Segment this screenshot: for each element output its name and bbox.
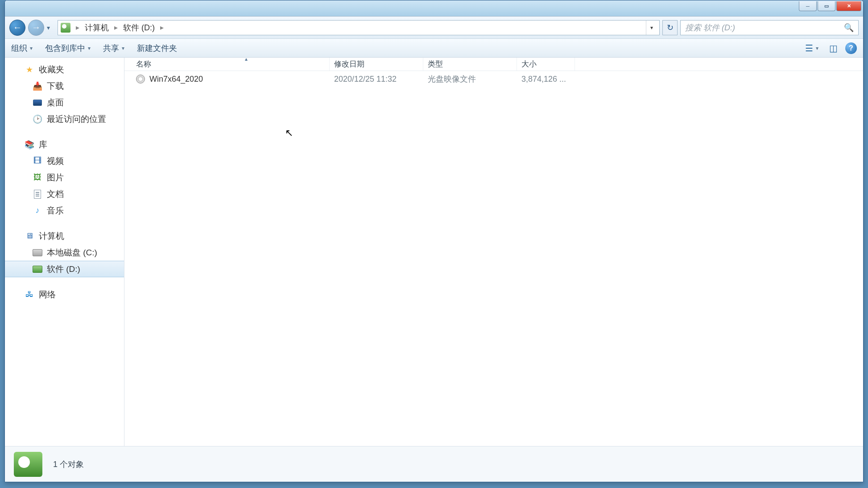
search-placeholder: 搜索 软件 (D:) [685,22,735,33]
help-icon: ? [849,44,853,52]
minimize-button[interactable]: ─ [799,1,817,11]
sidebar-item-libraries[interactable]: 📚 库 [5,136,124,153]
address-bar: ← → ▾ ▸ 计算机 ▸ 软件 (D:) ▸ ▾ ↻ 搜索 软件 (D:) 🔍 [5,17,863,39]
sidebar-item-network[interactable]: 🖧 网络 [5,286,124,303]
file-list[interactable]: 名称 ▴ 修改日期 类型 大小 Win7x64_2020 [124,58,863,446]
network-group: 🖧 网络 [5,286,124,303]
history-dropdown[interactable]: ▾ [47,24,55,31]
maximize-button[interactable]: ▭ [818,1,835,11]
breadcrumb-separator-icon: ▸ [73,23,82,32]
network-icon: 🖧 [25,290,34,300]
file-name: Win7x64_2020 [149,75,203,84]
drive-icon [33,248,42,258]
details-pane: 1 个对象 [5,446,863,482]
include-in-library-menu[interactable]: 包含到库中 ▾ [45,43,91,54]
view-mode-button[interactable]: ☰ ▾ [802,41,822,56]
sort-ascending-icon: ▴ [245,56,248,62]
column-header-date[interactable]: 修改日期 [330,58,423,71]
recent-icon: 🕑 [33,114,42,124]
star-icon: ★ [25,65,34,75]
sidebar-item-music[interactable]: ♪ 音乐 [5,202,124,219]
arrow-right-icon: → [32,22,41,33]
explorer-window: ─ ▭ ✕ ← → ▾ ▸ 计算机 ▸ 软件 (D:) ▸ ▾ ↻ 搜索 软件 … [4,0,864,482]
breadcrumb-separator-icon: ▸ [112,23,120,32]
help-button[interactable]: ? [845,42,857,54]
disc-image-icon [136,75,145,83]
back-button[interactable]: ← [9,20,25,36]
arrow-left-icon: ← [13,22,22,33]
drive-icon [33,264,42,274]
breadcrumb-separator-icon: ▸ [157,23,166,32]
column-header-type[interactable]: 类型 [423,58,517,71]
column-header-size[interactable]: 大小 [517,58,575,71]
chevron-down-icon: ▾ [122,45,124,51]
sidebar-item-drive-c[interactable]: 本地磁盘 (C:) [5,244,124,261]
documents-icon [33,189,42,199]
forward-button[interactable]: → [28,20,44,36]
content-area: ★ 收藏夹 📥 下载 桌面 🕑 最近访问的位置 📚 [5,58,863,446]
preview-pane-button[interactable]: ◫ [826,41,841,56]
sidebar-item-videos[interactable]: 🎞 视频 [5,153,124,169]
breadcrumb-item[interactable]: 软件 (D:) [123,22,155,33]
desktop-icon [33,98,42,108]
list-view-icon: ☰ [805,43,813,54]
computer-icon: 🖥 [25,231,34,241]
sidebar-item-desktop[interactable]: 桌面 [5,94,124,111]
mouse-cursor-icon: ↖ [285,127,293,139]
file-type: 光盘映像文件 [428,75,476,83]
share-menu[interactable]: 共享 ▾ [103,43,124,54]
breadcrumb-bar[interactable]: ▸ 计算机 ▸ 软件 (D:) ▸ ▾ [58,20,660,35]
sidebar-item-favorites[interactable]: ★ 收藏夹 [5,61,124,78]
chevron-down-icon: ▾ [816,45,818,51]
downloads-icon: 📥 [33,81,42,91]
status-text: 1 个对象 [53,459,84,470]
sidebar-item-documents[interactable]: 文档 [5,186,124,202]
column-header-row: 名称 ▴ 修改日期 类型 大小 [124,58,863,71]
file-date: 2020/12/25 11:32 [334,75,397,83]
search-icon: 🔍 [844,23,854,33]
breadcrumb-item[interactable]: 计算机 [85,22,109,33]
close-button[interactable]: ✕ [836,1,861,11]
chevron-down-icon: ▾ [30,45,33,51]
music-icon: ♪ [33,206,42,216]
new-folder-button[interactable]: 新建文件夹 [137,43,177,54]
refresh-icon: ↻ [667,23,674,33]
navigation-pane: ★ 收藏夹 📥 下载 桌面 🕑 最近访问的位置 📚 [5,58,124,446]
file-size: 3,874,126 ... [521,75,566,83]
search-input[interactable]: 搜索 软件 (D:) 🔍 [680,20,859,35]
pictures-icon: 🖼 [33,173,42,183]
chevron-down-icon: ▾ [88,45,91,51]
libraries-group: 📚 库 🎞 视频 🖼 图片 文档 ♪ 音乐 [5,136,124,219]
sidebar-item-pictures[interactable]: 🖼 图片 [5,169,124,186]
sidebar-item-recent[interactable]: 🕑 最近访问的位置 [5,111,124,127]
preview-pane-icon: ◫ [829,43,838,54]
organize-menu[interactable]: 组织 ▾ [11,43,33,54]
window-controls: ─ ▭ ✕ [799,1,861,11]
sidebar-item-computer[interactable]: 🖥 计算机 [5,228,124,244]
file-row[interactable]: Win7x64_2020 2020/12/25 11:32 光盘映像文件 3,8… [124,71,863,87]
title-bar: ─ ▭ ✕ [5,0,863,17]
video-icon: 🎞 [33,156,42,166]
favorites-group: ★ 收藏夹 📥 下载 桌面 🕑 最近访问的位置 [5,61,124,127]
library-icon: 📚 [25,140,34,150]
refresh-button[interactable]: ↻ [662,20,678,35]
address-dropdown[interactable]: ▾ [646,21,657,35]
computer-group: 🖥 计算机 本地磁盘 (C:) 软件 (D:) [5,228,124,277]
drive-icon [61,23,70,33]
sidebar-item-drive-d[interactable]: 软件 (D:) [5,261,124,277]
command-bar: 组织 ▾ 包含到库中 ▾ 共享 ▾ 新建文件夹 ☰ ▾ ◫ ? [5,39,863,58]
sidebar-item-downloads[interactable]: 📥 下载 [5,78,124,94]
column-header-name[interactable]: 名称 ▴ [124,58,330,71]
drive-large-icon [14,452,42,477]
